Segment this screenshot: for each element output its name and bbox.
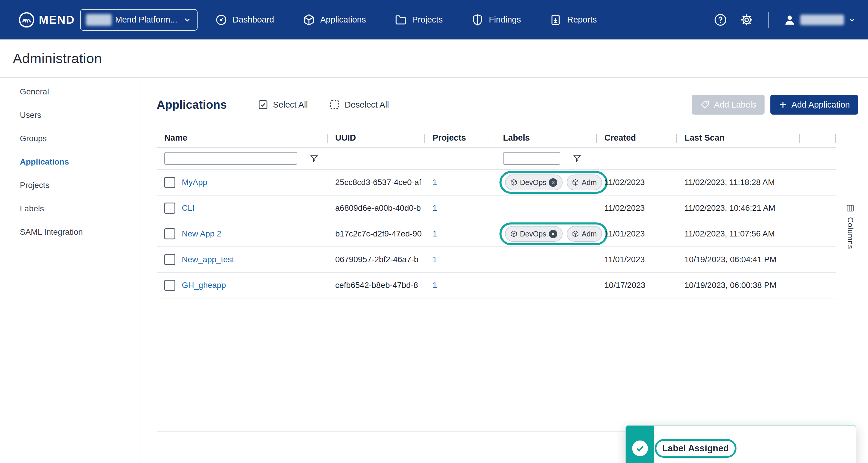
tag-icon [700, 100, 710, 110]
projects-icon [395, 14, 407, 26]
redacted-org-name [86, 14, 112, 26]
table-header-row: Name UUID Projects Labels Created Last S… [157, 128, 836, 148]
sidebar-item-projects[interactable]: Projects [0, 174, 139, 197]
org-selector-dropdown[interactable]: Mend Platform... [80, 9, 197, 31]
remove-label-icon[interactable] [549, 230, 557, 238]
top-navbar: MEND Mend Platform... Dashboard [0, 0, 868, 39]
divider [768, 12, 769, 28]
label-chip[interactable]: DevOps [505, 175, 563, 190]
nav-label: Dashboard [232, 15, 274, 25]
header-uuid[interactable]: UUID [328, 128, 425, 147]
projects-count-link[interactable]: 1 [433, 178, 437, 187]
table-filter-row [157, 148, 836, 170]
dashed-square-icon [329, 99, 340, 110]
select-all-label: Select All [273, 100, 308, 110]
page-title: Administration [13, 50, 102, 66]
sidebar-item-labels[interactable]: Labels [0, 197, 139, 220]
row-checkbox[interactable] [164, 177, 175, 188]
nav-dashboard[interactable]: Dashboard [215, 14, 274, 26]
user-menu[interactable] [783, 13, 856, 26]
header-projects[interactable]: Projects [425, 128, 495, 147]
projects-count-link[interactable]: 1 [433, 255, 437, 264]
row-checkbox[interactable] [164, 228, 175, 239]
annotation-highlight: DevOps [499, 222, 608, 245]
name-filter-input[interactable] [164, 152, 297, 165]
row-checkbox[interactable] [164, 254, 175, 265]
main-navigation: Dashboard Applications Projects [215, 14, 597, 26]
org-selector-label: Mend Platform... [115, 15, 177, 25]
add-application-button[interactable]: Add Application [770, 95, 858, 115]
labels-filter-input[interactable] [503, 152, 560, 165]
filter-funnel-icon[interactable] [310, 154, 319, 163]
uuid-cell: 06790957-2bf2-46a7-b [328, 247, 425, 272]
app-name-link[interactable]: New App 2 [182, 229, 221, 239]
table-row: New_app_test 06790957-2bf2-46a7-b 1 11/0… [157, 247, 836, 273]
last-scan-cell: 11/02/2023, 10:46:21 AM [677, 195, 800, 221]
app-name-link[interactable]: New_app_test [182, 255, 234, 264]
add-labels-button[interactable]: Add Labels [692, 95, 765, 115]
uuid-cell: b17c2c7c-d2f9-47ed-90 [328, 221, 425, 246]
cube-icon [572, 179, 579, 186]
columns-panel-toggle[interactable]: Columns [843, 199, 858, 249]
created-cell: 11/02/2023 [597, 195, 677, 221]
sidebar-item-groups[interactable]: Groups [0, 127, 139, 150]
brand-name: MEND [39, 13, 75, 26]
filter-funnel-icon[interactable] [572, 154, 582, 163]
created-cell: 11/02/2023 [597, 170, 677, 195]
columns-panel-label: Columns [846, 217, 855, 249]
app-name-link[interactable]: GH_gheapp [182, 281, 226, 290]
remove-label-icon[interactable] [549, 178, 557, 187]
reports-icon [550, 14, 562, 26]
table-row: CLI a6809d6e-a00b-40d0-b 1 11/02/2023 11… [157, 195, 836, 221]
header-labels[interactable]: Labels [495, 128, 597, 147]
annotation-highlight: Label Assigned [655, 439, 737, 458]
app-name-link[interactable]: CLI [182, 204, 195, 213]
nav-applications[interactable]: Applications [303, 14, 366, 26]
projects-count-link[interactable]: 1 [433, 229, 437, 239]
deselect-all-button[interactable]: Deselect All [329, 99, 389, 110]
nav-label: Findings [489, 15, 521, 25]
row-checkbox[interactable] [164, 280, 175, 291]
annotation-highlight: DevOps [499, 171, 608, 194]
created-cell: 10/17/2023 [597, 273, 677, 298]
navbar-right [714, 12, 856, 28]
check-circle-icon [632, 440, 648, 456]
checkbox-checked-icon [258, 99, 268, 110]
cube-icon [572, 230, 579, 237]
section-title: Applications [157, 98, 227, 111]
applications-toolbar: Applications Select All Deselect All [157, 95, 858, 115]
sidebar-item-general[interactable]: General [0, 80, 139, 103]
projects-count-link[interactable]: 1 [433, 204, 437, 213]
dashboard-icon [215, 14, 227, 26]
sidebar-item-saml[interactable]: SAML Integration [0, 220, 139, 244]
projects-count-link[interactable]: 1 [433, 281, 437, 290]
nav-label: Projects [412, 15, 443, 25]
last-scan-cell: 10/19/2023, 06:04:41 PM [677, 247, 800, 272]
last-scan-cell: 10/19/2023, 06:00:38 PM [677, 273, 800, 298]
nav-reports[interactable]: Reports [550, 14, 597, 26]
header-created[interactable]: Created [597, 128, 677, 147]
nav-label: Applications [320, 15, 366, 25]
sidebar-item-applications[interactable]: Applications [0, 150, 139, 174]
plus-icon [779, 100, 787, 109]
uuid-cell: a6809d6e-a00b-40d0-b [328, 195, 425, 221]
header-last-scan[interactable]: Last Scan [677, 128, 800, 147]
header-name[interactable]: Name [157, 128, 328, 147]
nav-findings[interactable]: Findings [471, 14, 521, 26]
help-icon[interactable] [714, 13, 727, 27]
nav-label: Reports [567, 15, 597, 25]
applications-table: Name UUID Projects Labels Created Last S… [157, 128, 836, 432]
select-all-button[interactable]: Select All [258, 99, 308, 110]
app-name-link[interactable]: MyApp [182, 178, 207, 187]
toast-notification: Label Assigned [625, 425, 856, 463]
add-labels-label: Add Labels [714, 100, 756, 110]
gear-icon[interactable] [740, 13, 753, 27]
cube-icon [510, 179, 517, 186]
table-row: New App 2 b17c2c7c-d2f9-47ed-90 1 DevOps [157, 221, 836, 247]
label-chip[interactable]: DevOps [505, 226, 563, 242]
sidebar-item-users[interactable]: Users [0, 103, 139, 127]
row-checkbox[interactable] [164, 203, 175, 214]
nav-projects[interactable]: Projects [395, 14, 443, 26]
toast-status-strip [626, 426, 654, 463]
label-chip-text: DevOps [520, 230, 546, 238]
